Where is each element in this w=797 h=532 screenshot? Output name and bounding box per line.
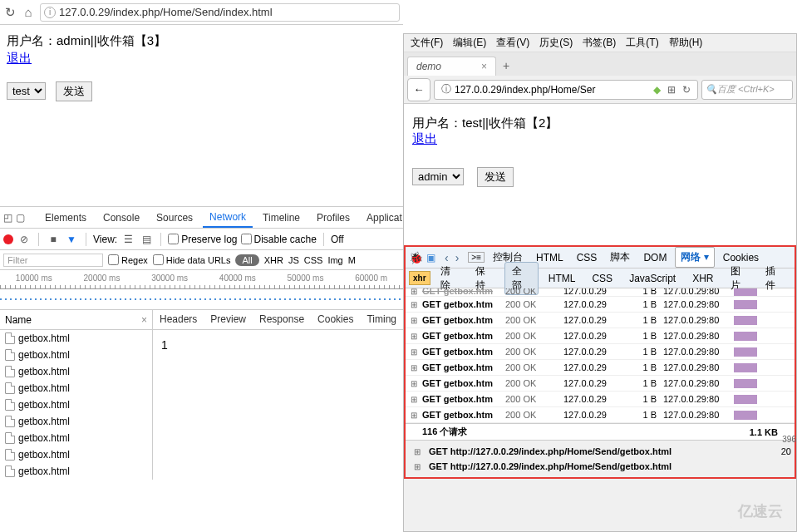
tab-profiles[interactable]: Profiles xyxy=(310,209,357,227)
request-row[interactable]: getbox.html xyxy=(0,430,152,446)
menu-tools[interactable]: 工具(T) xyxy=(622,34,662,52)
filter-css[interactable]: CSS xyxy=(304,255,323,265)
network-row[interactable]: ⊞GET getbox.htm200 OK127.0.0.291 B127.0.… xyxy=(406,344,795,360)
expand-icon[interactable]: ⊞ xyxy=(406,395,422,404)
menu-file[interactable]: 文件(F) xyxy=(407,34,446,52)
filter-media[interactable]: M xyxy=(348,255,356,265)
filter-input[interactable]: Filter xyxy=(3,254,103,267)
network-timeline[interactable]: 10000 ms20000 ms30000 ms40000 ms50000 ms… xyxy=(0,270,403,310)
send-button[interactable]: 发送 xyxy=(56,81,92,101)
inspect-icon[interactable]: ◰ xyxy=(3,210,12,225)
logout-link[interactable]: 退出 xyxy=(7,51,32,65)
info-icon[interactable]: i xyxy=(44,7,56,18)
tab-elements[interactable]: Elements xyxy=(38,209,93,227)
expand-icon[interactable]: ⊞ xyxy=(406,332,422,341)
request-row[interactable]: getbox.html xyxy=(0,363,152,380)
capture-icon[interactable]: ■ xyxy=(46,232,61,247)
filter-js[interactable]: JavaScript xyxy=(622,271,682,286)
filter-plugin[interactable]: 插件 xyxy=(759,263,791,294)
menu-edit[interactable]: 编辑(E) xyxy=(450,34,490,52)
filter-xhr[interactable]: XHR xyxy=(686,271,720,286)
filter-css[interactable]: CSS xyxy=(585,271,619,286)
request-row[interactable]: getbox.html xyxy=(0,463,152,480)
view-list-icon[interactable]: ☰ xyxy=(121,232,135,247)
filter-toggle-icon[interactable]: ▼ xyxy=(64,232,79,247)
logout-link[interactable]: 退出 xyxy=(412,131,437,145)
detail-cookies[interactable]: Cookies xyxy=(311,310,360,329)
console-request-2[interactable]: ⊞GET http://127.0.0.29/index.php/Home/Se… xyxy=(409,459,791,474)
name-header[interactable]: Name× xyxy=(0,310,152,330)
device-icon[interactable]: ▢ xyxy=(16,210,25,225)
info-icon[interactable]: ⓘ xyxy=(438,82,455,96)
console-request-1[interactable]: ⊞GET http://127.0.0.29/index.php/Home/Se… xyxy=(409,444,791,459)
expand-icon[interactable]: ⊞ xyxy=(406,411,422,420)
clear-icon[interactable]: ⊘ xyxy=(17,232,32,247)
disable-cache-check[interactable]: Disable cache xyxy=(241,234,317,245)
recipient-select[interactable]: test xyxy=(7,82,46,100)
request-row[interactable]: getbox.html xyxy=(0,347,152,363)
tab-timeline[interactable]: Timeline xyxy=(256,209,307,227)
reload-icon[interactable]: ↻ xyxy=(679,84,694,96)
throttle-label[interactable]: Off xyxy=(331,234,344,245)
send-button[interactable]: 发送 xyxy=(477,167,514,187)
view-large-icon[interactable]: ▤ xyxy=(139,232,154,247)
network-row[interactable]: ⊞GET getbox.htm200 OK127.0.0.291 B127.0.… xyxy=(406,360,795,376)
filter-js[interactable]: JS xyxy=(288,255,299,265)
tab-sources[interactable]: Sources xyxy=(150,209,199,227)
fb-tab-dom[interactable]: DOM xyxy=(638,249,672,266)
close-tab-icon[interactable]: × xyxy=(481,61,487,72)
xhr-badge[interactable]: xhr xyxy=(409,271,430,285)
fb-tab-script[interactable]: 脚本 xyxy=(605,248,635,267)
request-row[interactable]: getbox.html xyxy=(0,413,152,430)
request-row[interactable]: getbox.html xyxy=(0,446,152,463)
firebug-icon[interactable]: 🐞 xyxy=(409,251,423,264)
tab-console[interactable]: Console xyxy=(96,209,146,227)
detail-response[interactable]: Response xyxy=(253,310,311,329)
fb-tab-css[interactable]: CSS xyxy=(572,249,603,266)
menu-history[interactable]: 历史(S) xyxy=(536,34,576,52)
url-field[interactable]: i 127.0.0.29/index.php/Home/Send/index.h… xyxy=(40,3,400,22)
request-row[interactable]: getbox.html xyxy=(0,380,152,397)
tab-network[interactable]: Network xyxy=(203,208,253,228)
detail-headers[interactable]: Headers xyxy=(153,310,204,329)
grid-icon[interactable]: ⊞ xyxy=(664,84,679,96)
filter-all[interactable]: All xyxy=(235,254,258,266)
expand-icon[interactable]: ⊞ xyxy=(406,300,422,309)
recipient-select[interactable]: admin xyxy=(412,168,464,185)
network-row[interactable]: ⊞GET getbox.htm200 OK127.0.0.291 B127.0.… xyxy=(406,392,795,407)
preserve-log-check[interactable]: Preserve log xyxy=(168,234,237,245)
fb-tab-network[interactable]: 网络 ▾ xyxy=(675,247,714,268)
request-row[interactable]: getbox.html xyxy=(0,397,152,413)
new-tab-icon[interactable]: + xyxy=(496,56,516,76)
expand-icon[interactable]: ⊞ xyxy=(406,347,422,357)
ff-url-field[interactable]: ⓘ 127.0.0.29/index.php/Home/Ser ◆ ⊞ ↻ xyxy=(434,80,698,100)
home-icon[interactable]: ⌂ xyxy=(22,6,35,19)
network-row[interactable]: ⊞GET getbox.htm200 OK127.0.0.291 B127.0.… xyxy=(406,407,795,423)
request-row[interactable]: getbox.html xyxy=(0,330,152,347)
inspect-icon[interactable]: ▣ xyxy=(426,252,435,264)
network-row[interactable]: ⊞GET getbox.htm200 OK127.0.0.291 B127.0.… xyxy=(406,328,795,344)
search-box[interactable]: 🔍 百度 <Ctrl+K> xyxy=(701,80,793,100)
detail-timing[interactable]: Timing xyxy=(360,310,403,329)
record-icon[interactable] xyxy=(3,234,13,244)
menu-view[interactable]: 查看(V) xyxy=(493,34,533,52)
expand-icon[interactable]: ⊞ xyxy=(406,363,422,372)
network-row[interactable]: ⊞GET getbox.htm200 OK127.0.0.291 B127.0.… xyxy=(406,376,795,392)
shield-icon[interactable]: ◆ xyxy=(650,84,664,96)
back-button[interactable]: ← xyxy=(407,78,430,101)
expand-icon[interactable]: ⊞ xyxy=(406,379,422,388)
browser-tab[interactable]: demo× xyxy=(407,57,496,76)
regex-check[interactable]: Regex xyxy=(108,254,148,265)
filter-html[interactable]: HTML xyxy=(542,271,583,286)
menu-bookmarks[interactable]: 书签(B) xyxy=(579,34,619,52)
network-row[interactable]: ⊞GET getbox.htm200 OK127.0.0.291 B127.0.… xyxy=(406,297,795,313)
hide-data-check[interactable]: Hide data URLs xyxy=(153,254,231,265)
detail-preview[interactable]: Preview xyxy=(204,310,253,329)
close-detail-icon[interactable]: × xyxy=(141,314,147,326)
console-toggle-icon[interactable]: >≡ xyxy=(468,252,485,263)
tab-application[interactable]: Applicat xyxy=(360,209,409,227)
menu-help[interactable]: 帮助(H) xyxy=(666,34,706,52)
reload-icon[interactable]: ↻ xyxy=(3,6,17,19)
filter-img[interactable]: Img xyxy=(327,255,342,265)
expand-icon[interactable]: ⊞ xyxy=(406,316,422,325)
